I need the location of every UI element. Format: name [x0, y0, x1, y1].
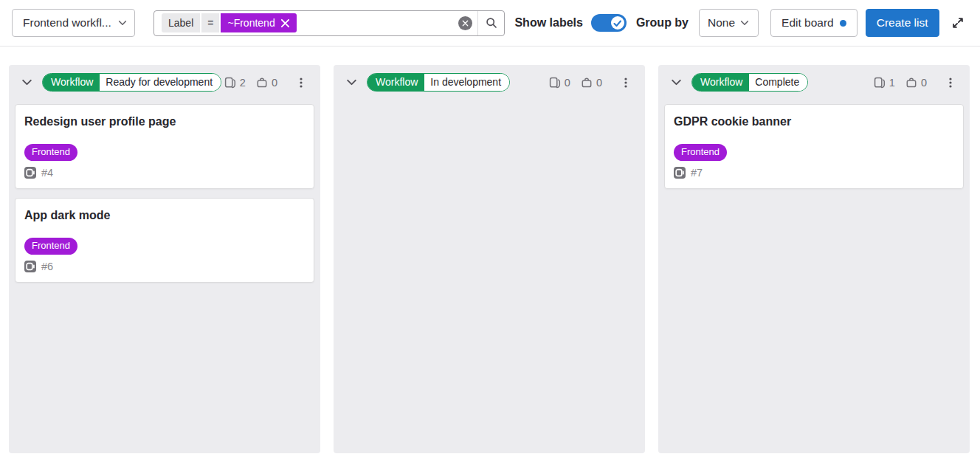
filter-token-field[interactable]: Label [162, 13, 200, 32]
issue-type-icon [24, 167, 36, 179]
chevron-down-icon [739, 18, 750, 28]
group-by-label: Group by [636, 16, 689, 30]
label-pill[interactable]: Frontend [24, 144, 77, 161]
issue-footer: #4 [24, 167, 305, 179]
issue-labels: Frontend [24, 238, 305, 255]
edit-board-button[interactable]: Edit board [770, 9, 858, 37]
issue-footer: #6 [24, 261, 305, 272]
remove-token-icon[interactable] [280, 18, 290, 28]
chevron-down-icon [670, 76, 683, 89]
search-icon [486, 17, 497, 29]
list-meta: 0 0 [549, 77, 602, 89]
board-toolbar: Frontend workfl... Label = ~Frontend Sho… [0, 0, 980, 47]
scoped-label-value: Complete [749, 74, 807, 91]
collapse-list-button[interactable] [342, 74, 360, 92]
ellipsis-v-icon [945, 77, 956, 89]
weight-count: 0 [921, 77, 927, 89]
clear-circle-icon [458, 16, 472, 30]
issue-card[interactable]: GDPR cookie banner Frontend #7 [664, 104, 964, 189]
list-menu-button[interactable] [291, 73, 311, 92]
chevron-down-icon [345, 76, 358, 89]
scoped-label-key: Workflow [43, 74, 100, 91]
weight-icon [905, 77, 917, 89]
issue-count: 2 [240, 77, 246, 89]
board-switcher-dropdown[interactable]: Frontend workfl... [12, 9, 135, 37]
create-list-button[interactable]: Create list [866, 9, 939, 37]
board-config-dot [840, 20, 846, 27]
issue-board: Workflow Ready for development 2 0 Redes… [0, 47, 980, 453]
list-cards: Redesign user profile page Frontend #4 A… [9, 100, 320, 289]
edit-board-label: Edit board [781, 16, 834, 30]
group-by-value: None [708, 16, 735, 30]
weight-count: 0 [596, 77, 602, 89]
weight-icon [256, 77, 268, 89]
issues-icon [874, 77, 886, 89]
label-pill[interactable]: Frontend [674, 144, 727, 161]
board-switcher-label: Frontend workfl... [23, 16, 111, 30]
list-scoped-label[interactable]: Workflow Ready for development [42, 73, 221, 92]
issue-labels: Frontend [24, 144, 305, 161]
filter-token-operator[interactable]: = [201, 13, 219, 32]
collapse-list-button[interactable] [667, 74, 685, 92]
filter-bar[interactable]: Label = ~Frontend [153, 10, 505, 36]
filter-token-value-label: ~Frontend [227, 16, 275, 30]
filter-token-value[interactable]: ~Frontend [221, 13, 296, 32]
weight-icon [581, 77, 593, 89]
group-by-dropdown[interactable]: None [699, 9, 759, 37]
fullscreen-button[interactable] [948, 12, 968, 34]
scoped-label-value: In development [424, 74, 509, 91]
list-menu-button[interactable] [941, 73, 960, 92]
scoped-label-value: Ready for development [100, 74, 221, 91]
show-labels-toggle[interactable] [591, 14, 627, 32]
issue-reference: #6 [41, 261, 53, 272]
list-header: Workflow In development 0 0 [334, 65, 645, 100]
issue-card[interactable]: App dark mode Frontend #6 [15, 198, 314, 283]
scoped-label-key: Workflow [368, 74, 424, 91]
list-menu-button[interactable] [616, 73, 635, 92]
ellipsis-v-icon [620, 77, 632, 89]
issues-icon [549, 77, 561, 89]
issue-reference: #7 [691, 167, 703, 179]
chevron-down-icon [21, 76, 33, 89]
list-meta: 1 0 [874, 77, 927, 89]
weight-count: 0 [272, 77, 277, 89]
chevron-down-icon [117, 18, 128, 28]
ellipsis-v-icon [295, 77, 307, 89]
expand-icon [951, 16, 965, 30]
board-list-complete: Workflow Complete 1 0 GDPR cookie banner… [658, 65, 970, 453]
check-icon [613, 19, 621, 27]
issue-labels: Frontend [674, 144, 954, 161]
list-header: Workflow Ready for development 2 0 [9, 65, 320, 100]
label-pill[interactable]: Frontend [24, 238, 77, 255]
show-labels-label: Show labels [514, 16, 582, 30]
clear-search-button[interactable] [452, 11, 477, 35]
issue-title: Redesign user profile page [24, 114, 305, 130]
issue-title: App dark mode [24, 208, 305, 224]
issue-reference: #4 [41, 167, 53, 179]
board-list-ready-for-development: Workflow Ready for development 2 0 Redes… [9, 65, 320, 453]
list-scoped-label[interactable]: Workflow Complete [691, 73, 808, 92]
filter-token-group: Label = ~Frontend [162, 13, 452, 32]
collapse-list-button[interactable] [18, 74, 35, 92]
issues-icon [224, 77, 236, 89]
list-cards: GDPR cookie banner Frontend #7 [658, 100, 970, 195]
issue-count: 0 [565, 77, 570, 89]
issue-title: GDPR cookie banner [674, 114, 954, 130]
issue-count: 1 [889, 77, 895, 89]
issue-footer: #7 [674, 167, 954, 179]
list-meta: 2 0 [224, 77, 277, 89]
issue-card[interactable]: Redesign user profile page Frontend #4 [15, 104, 314, 189]
issue-type-icon [24, 261, 36, 272]
search-button[interactable] [477, 11, 504, 35]
board-list-in-development: Workflow In development 0 0 [334, 65, 645, 453]
list-header: Workflow Complete 1 0 [658, 65, 970, 100]
toggle-knob [611, 16, 624, 30]
issue-type-icon [674, 167, 686, 179]
list-cards [334, 100, 645, 110]
create-list-label: Create list [877, 16, 928, 30]
scoped-label-key: Workflow [692, 74, 749, 91]
list-scoped-label[interactable]: Workflow In development [367, 73, 510, 92]
